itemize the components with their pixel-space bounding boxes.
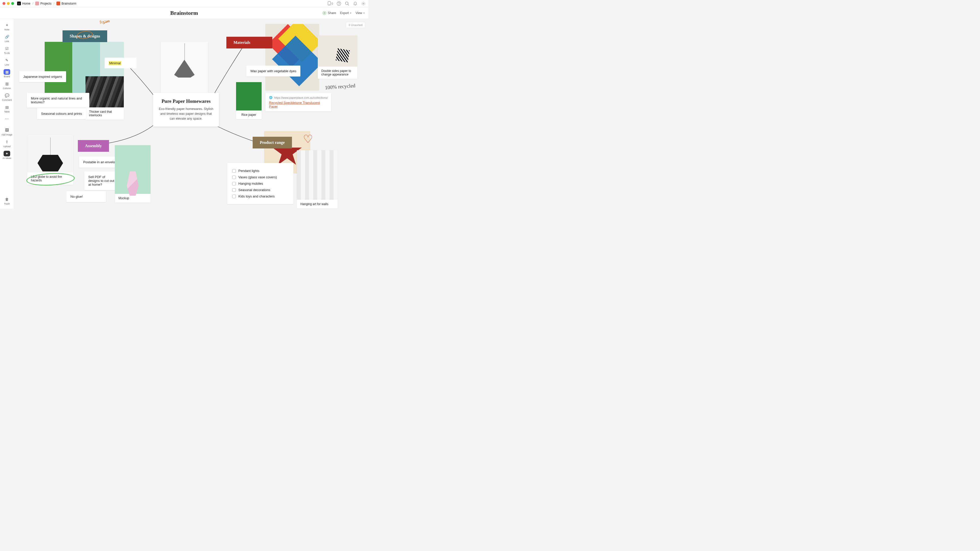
tool-todo[interactable]: ☑To-do (1, 44, 13, 56)
tool-column[interactable]: ▥Column (1, 79, 13, 91)
note-icon: ≡ (3, 22, 10, 28)
image-icon: 🖼 (3, 127, 10, 133)
link-title: Recycled Speckletone Translucent Paper (269, 101, 328, 108)
table-icon: ▤ (3, 104, 10, 110)
view-label: View (355, 11, 362, 15)
toolbar-sidebar: ≡Note 🔗Link ☑To-do ✎Line ▦Board ▥Column … (0, 19, 14, 209)
titlebar: Brainstorm + Share Export ▾ View ▾ (0, 7, 368, 19)
maximize-window-icon[interactable] (11, 2, 14, 5)
topbar-right: 0 (328, 1, 366, 6)
pencil-icon: ✎ (3, 57, 10, 63)
gear-icon[interactable] (361, 1, 366, 6)
check-item-pendant[interactable]: Pendant lights (232, 168, 288, 174)
image-grey-pendant-lamp[interactable] (161, 42, 208, 93)
export-button[interactable]: Export ▾ (340, 11, 352, 15)
tool-add-image[interactable]: 🖼Add image (1, 126, 13, 137)
share-avatar-icon: + (322, 11, 326, 15)
tool-comment[interactable]: 💬Comment (1, 91, 13, 103)
image-hanging-art[interactable]: Hanging art for walls (297, 150, 338, 208)
board-canvas[interactable]: 0 Unsorted Shapes & designs focus Minima… (14, 19, 368, 209)
breadcrumb-home-label: Home (22, 2, 30, 5)
export-label: Export (340, 11, 349, 15)
breadcrumb-home[interactable]: ⌂ Home (17, 2, 30, 5)
caption-thicker-card: Thicker card that interlocks (86, 107, 124, 120)
svg-point-3 (339, 4, 339, 5)
check-item-vases[interactable]: Vases (glass vase covers) (232, 174, 288, 180)
share-button[interactable]: + Share (322, 11, 336, 15)
note-minimal[interactable]: Minimal (105, 58, 137, 68)
unsorted-badge[interactable]: 0 Unsorted (346, 22, 365, 28)
image-folding-paper[interactable]: Double sides paper to change appearance (318, 35, 357, 79)
more-icon: ⋯ (3, 116, 10, 122)
window-topbar: ⌂ Home / Projects / Brainstorm 0 (0, 0, 368, 7)
link-card-recycled-paper[interactable]: 🌐 https://www.paperplace.com.au/collecti… (266, 93, 331, 111)
search-icon[interactable] (345, 1, 349, 6)
checkbox-icon[interactable] (232, 182, 236, 186)
check-item-seasonal[interactable]: Seasonal decorations (232, 187, 288, 193)
image-vase-mockup[interactable]: Mockup (115, 145, 151, 203)
check-item-mobiles[interactable]: Hanging mobiles (232, 180, 288, 187)
heart-icon: ♡ (303, 132, 313, 145)
breadcrumb-projects[interactable]: Projects (35, 2, 51, 5)
ai-icon: ✦ (3, 151, 10, 156)
note-wax-paper[interactable]: Wax paper with vegetable dyes (246, 65, 301, 76)
unsorted-count: 0 (348, 24, 350, 27)
board-icon: ▦ (3, 69, 10, 75)
handwriting-recycled: 100% recycled (325, 83, 355, 90)
minimize-window-icon[interactable] (7, 2, 10, 5)
label-materials[interactable]: Materials (226, 37, 272, 48)
upload-icon: ⇧ (3, 139, 10, 144)
tool-more[interactable]: ⋯ (1, 115, 13, 123)
central-card[interactable]: Pure Paper Homewares Eco-friendly paper … (153, 93, 219, 127)
image-rice-paper[interactable]: Rice paper (236, 82, 262, 119)
caption-rice-paper: Rice paper (236, 110, 262, 119)
note-japanese[interactable]: Japanese inspired origami (19, 71, 66, 82)
note-organic[interactable]: More organic and natural lines and textu… (27, 93, 89, 108)
checklist-product-range[interactable]: Pendant lights Vases (glass vase covers)… (227, 163, 293, 204)
checkbox-icon[interactable] (232, 169, 236, 173)
check-item-kids[interactable]: Kids toys and characters (232, 193, 288, 200)
view-button[interactable]: View ▾ (355, 11, 365, 15)
central-title: Pure Paper Homewares (158, 98, 214, 104)
central-body: Eco-friendly paper homewares. Stylish an… (158, 106, 214, 121)
bell-icon[interactable] (353, 1, 358, 6)
home-icon: ⌂ (17, 2, 21, 5)
handwriting-focus: focus (99, 19, 110, 25)
mobile-count: 0 (331, 2, 333, 5)
close-window-icon[interactable] (3, 2, 5, 5)
tool-note[interactable]: ≡Note (1, 21, 13, 32)
trash-icon: 🗑 (3, 197, 10, 202)
tool-ai-ideas[interactable]: ✦AI Ideas (1, 149, 13, 161)
breadcrumb: ⌂ Home / Projects / Brainstorm (17, 2, 76, 5)
link-url-text: https://www.paperplace.com.au/collection… (274, 96, 328, 99)
tool-board[interactable]: ▦Board (1, 68, 13, 79)
tool-line[interactable]: ✎Line (1, 56, 13, 67)
phone-icon (328, 1, 331, 6)
breadcrumb-current-label: Brainstorm (62, 2, 76, 5)
tool-upload[interactable]: ⇧Upload (1, 138, 13, 149)
tool-table[interactable]: ▤Table (1, 103, 13, 114)
tool-trash[interactable]: 🗑Trash (1, 195, 13, 209)
title-actions: + Share Export ▾ View ▾ (322, 11, 365, 15)
svg-point-6 (363, 3, 364, 4)
breadcrumb-current[interactable]: Brainstorm (56, 2, 76, 5)
unsorted-label: Unsorted (351, 24, 363, 27)
label-product-range[interactable]: Product range (253, 137, 292, 148)
checkbox-icon[interactable] (232, 195, 236, 198)
note-noglue[interactable]: No glue! (66, 191, 106, 202)
image-folded-card[interactable]: Thicker card that interlocks (86, 76, 124, 120)
checkbox-icon[interactable] (232, 188, 236, 192)
caption-mockup: Mockup (115, 194, 151, 203)
chevron-down-icon: ▾ (363, 12, 365, 14)
image-colored-paper[interactable] (266, 24, 319, 90)
column-icon: ▥ (3, 81, 10, 86)
label-assembly[interactable]: Assembly (78, 140, 109, 152)
checkbox-icon[interactable] (232, 176, 236, 179)
svg-line-5 (348, 4, 349, 5)
chevron-down-icon: ▾ (350, 12, 352, 14)
note-seasonal[interactable]: Seasonal colours and prints (37, 108, 86, 119)
help-icon[interactable] (337, 1, 341, 6)
mobile-indicator[interactable]: 0 (328, 1, 333, 6)
caption-hanging-art: Hanging art for walls (297, 200, 338, 208)
tool-link[interactable]: 🔗Link (1, 33, 13, 44)
